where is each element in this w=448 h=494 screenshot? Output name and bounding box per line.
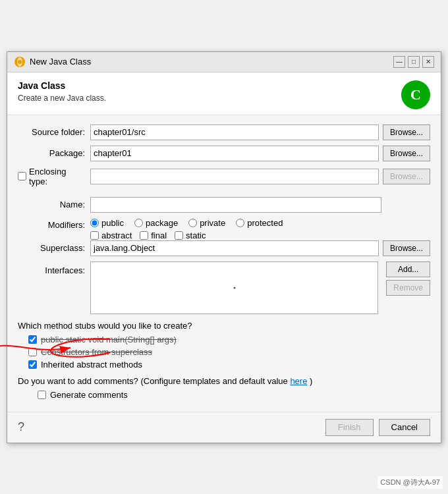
- name-input[interactable]: [90, 197, 381, 213]
- enclosing-type-browse-button: Browse...: [383, 169, 430, 184]
- package-row: Package: Browse...: [18, 146, 430, 161]
- modifier-package-option[interactable]: package: [134, 218, 178, 228]
- stub-inherited: Inherited abstract methods: [28, 360, 430, 370]
- modifier-private-radio[interactable]: [188, 219, 197, 227]
- dialog-body: Source folder: Browse... Package: Browse…: [7, 115, 441, 412]
- modifier-final-label: final: [151, 231, 167, 240]
- modifier-package-radio[interactable]: [134, 219, 143, 227]
- source-folder-row: Source folder: Browse...: [18, 124, 430, 140]
- titlebar-controls: — □ ✕: [393, 56, 434, 68]
- dialog-header: Java Class Create a new Java class. C: [7, 72, 441, 115]
- name-row: Name:: [18, 197, 430, 213]
- enclosing-type-checkbox[interactable]: [18, 172, 26, 180]
- interfaces-buttons: Add... Remove: [382, 261, 430, 296]
- modifier-abstract-checkbox[interactable]: [90, 231, 99, 240]
- modifier-protected-label: protected: [247, 218, 283, 228]
- modifier-private-option[interactable]: private: [188, 218, 225, 228]
- stub-constructors: Constructors from superclass: [28, 347, 430, 357]
- modifier-public-label: public: [101, 218, 124, 228]
- interfaces-row: Interfaces: Add... Remove: [18, 261, 430, 314]
- comments-question: Do you want to add comments? (Configure …: [18, 376, 430, 386]
- maximize-button[interactable]: □: [408, 56, 420, 68]
- interfaces-label: Interfaces:: [18, 261, 90, 275]
- comments-question-text: Do you want to add comments? (Configure …: [18, 376, 288, 386]
- package-input[interactable]: [90, 146, 379, 161]
- modifier-abstract-option[interactable]: abstract: [90, 231, 132, 240]
- stubs-question: Which method stubs would you like to cre…: [18, 321, 430, 331]
- superclass-row: Superclass: Browse...: [18, 240, 430, 256]
- modifier-public-option[interactable]: public: [90, 218, 124, 228]
- generate-comments-checkbox[interactable]: [38, 391, 46, 399]
- modifiers-radio-group: public package private protected: [90, 218, 283, 228]
- svg-point-2: [18, 60, 22, 64]
- header-text: Java Class Create a new Java class.: [18, 80, 106, 103]
- interfaces-remove-button: Remove: [386, 280, 430, 296]
- comments-section: Do you want to add comments? (Configure …: [18, 376, 430, 400]
- modifier-static-label: static: [186, 231, 206, 240]
- modifier-protected-option[interactable]: protected: [236, 218, 283, 228]
- comments-question-end: ): [310, 376, 312, 386]
- enclosing-type-input[interactable]: [90, 169, 379, 184]
- eclipse-icon: [14, 56, 26, 68]
- stub-inherited-checkbox[interactable]: [28, 360, 37, 369]
- stub-constructors-checkbox[interactable]: [28, 348, 37, 356]
- superclass-input[interactable]: [90, 240, 379, 256]
- modifiers-checkbox-group: abstract final static: [90, 231, 283, 240]
- titlebar: New Java Class — □ ✕: [7, 52, 441, 72]
- finish-button: Finish: [325, 419, 374, 436]
- superclass-browse-button[interactable]: Browse...: [383, 240, 430, 256]
- source-folder-label: Source folder:: [18, 127, 90, 137]
- titlebar-left: New Java Class: [14, 56, 91, 68]
- generate-comments-row: Generate comments: [18, 390, 430, 400]
- modifier-public-radio[interactable]: [90, 219, 99, 227]
- modifiers-label: Modifiers:: [18, 218, 90, 230]
- enclosing-type-row: Enclosing type: Browse...: [18, 167, 430, 186]
- interfaces-add-button[interactable]: Add...: [386, 261, 430, 277]
- watermark: CSDN @诗大A-97: [378, 476, 443, 489]
- source-folder-browse-button[interactable]: Browse...: [383, 124, 430, 140]
- cancel-button[interactable]: Cancel: [379, 419, 430, 436]
- superclass-label: Superclass:: [18, 243, 90, 253]
- header-logo: C: [401, 80, 430, 109]
- modifier-static-checkbox[interactable]: [175, 231, 183, 240]
- enclosing-type-label: Enclosing type:: [29, 167, 85, 186]
- modifiers-row: Modifiers: public package private: [18, 218, 430, 240]
- header-subtitle: Create a new Java class.: [18, 94, 106, 103]
- modifier-final-option[interactable]: final: [140, 231, 167, 240]
- modifier-package-label: package: [146, 218, 178, 228]
- dialog-footer: ? Finish Cancel: [7, 412, 441, 443]
- stub-constructors-label: Constructors from superclass: [41, 347, 152, 357]
- modifier-final-checkbox[interactable]: [140, 231, 148, 240]
- interfaces-box: [90, 261, 378, 314]
- stub-main-method: public static void main(String[] args): [28, 335, 430, 344]
- modifier-abstract-label: abstract: [101, 231, 132, 240]
- stub-main-label: public static void main(String[] args): [41, 335, 177, 344]
- modifier-private-label: private: [200, 218, 225, 228]
- header-title: Java Class: [18, 80, 106, 91]
- package-browse-button[interactable]: Browse...: [383, 146, 430, 161]
- modifier-protected-radio[interactable]: [236, 219, 244, 227]
- stub-main-checkbox[interactable]: [28, 335, 37, 344]
- help-button[interactable]: ?: [18, 419, 24, 436]
- new-java-class-dialog: New Java Class — □ ✕ Java Class Create a…: [7, 51, 441, 443]
- name-label: Name:: [18, 200, 90, 209]
- comments-here-link[interactable]: here: [290, 376, 307, 386]
- close-button[interactable]: ✕: [422, 56, 434, 68]
- modifiers-options: public package private protected: [90, 218, 283, 240]
- package-label: Package:: [18, 148, 90, 158]
- titlebar-title: New Java Class: [30, 57, 91, 67]
- generate-comments-label: Generate comments: [50, 390, 128, 400]
- modifier-static-option[interactable]: static: [175, 231, 206, 240]
- stub-inherited-label: Inherited abstract methods: [41, 360, 142, 370]
- minimize-button[interactable]: —: [393, 56, 405, 68]
- source-folder-input[interactable]: [90, 124, 379, 140]
- stubs-section: public static void main(String[] args) C…: [18, 335, 430, 370]
